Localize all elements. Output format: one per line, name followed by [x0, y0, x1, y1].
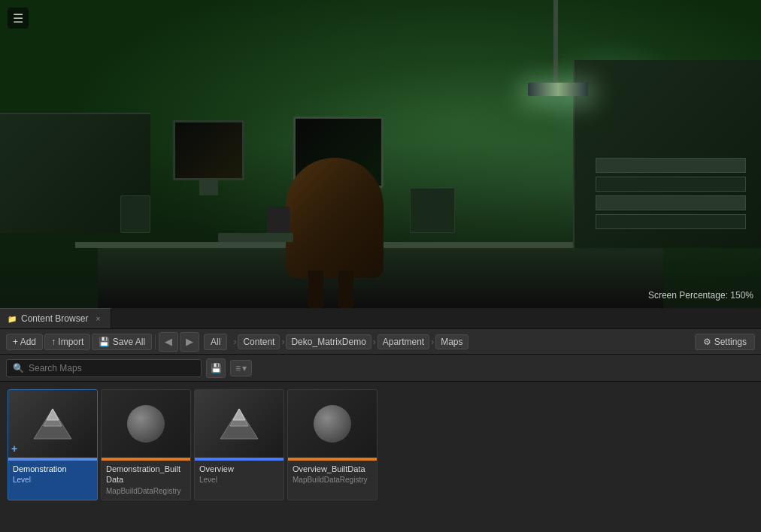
settings-icon: ⚙	[703, 337, 711, 347]
nav-back-button[interactable]: ◀	[159, 332, 178, 352]
tab-bar: 📁 Content Browser ×	[0, 308, 761, 329]
nav-forward-button[interactable]: ▶	[180, 332, 199, 352]
breadcrumb-content[interactable]: Content	[238, 334, 280, 349]
sphere-icon	[314, 405, 351, 443]
content-browser-panel: 📁 Content Browser × + Add ↑ Import 💾 Sav…	[0, 308, 761, 532]
toolbar: + Add ↑ Import 💾 Save All ◀ ▶ All › Cont…	[0, 329, 761, 355]
sort-options-button[interactable]: ≡ ▾	[230, 360, 252, 376]
asset-thumbnail	[288, 390, 377, 458]
asset-item-overview[interactable]: Overview Level	[194, 389, 284, 500]
tab-close-button[interactable]: ×	[92, 313, 103, 325]
asset-item-demonstration-builtdata[interactable]: Demonstration_BuiltData MapBuildDataRegi…	[101, 389, 191, 500]
sphere-icon	[127, 405, 165, 443]
import-button[interactable]: ↑ Import	[44, 334, 90, 350]
asset-type-label: MapBuildDataRegistry	[106, 487, 186, 495]
content-browser-tab[interactable]: 📁 Content Browser ×	[0, 308, 111, 328]
breadcrumb-maps[interactable]: Maps	[435, 334, 468, 349]
sort-icon: ≡	[235, 363, 241, 373]
toolbar-separator	[155, 334, 156, 349]
search-icon: 🔍	[13, 363, 24, 373]
search-wrapper: 🔍	[6, 359, 202, 377]
svg-marker-5	[233, 409, 245, 420]
asset-info: Overview Level	[195, 461, 283, 488]
asset-thumbnail	[102, 390, 190, 458]
asset-type-label: MapBuildDataRegistry	[293, 476, 372, 484]
save-search-button[interactable]: 💾	[206, 358, 226, 378]
asset-type-label: Level	[199, 476, 279, 484]
settings-button[interactable]: ⚙ Settings	[695, 334, 755, 350]
asset-name: Demonstration_BuiltData	[106, 464, 186, 485]
all-button[interactable]: All	[204, 334, 227, 350]
asset-thumbnail: +	[8, 390, 97, 458]
viewport: Screen Percentage: 150% ☰	[0, 0, 761, 308]
add-icon: +	[11, 443, 17, 455]
breadcrumb-apartment[interactable]: Apartment	[377, 334, 429, 349]
breadcrumb-deko[interactable]: Deko_MatrixDemo	[286, 334, 371, 349]
dropdown-icon: ▾	[242, 363, 247, 373]
breadcrumb: › Content › Deko_MatrixDemo › Apartment …	[232, 334, 693, 349]
asset-info: Demonstration_BuiltData MapBuildDataRegi…	[102, 461, 190, 500]
tab-icon: 📁	[8, 315, 17, 323]
tab-label: Content Browser	[21, 313, 88, 324]
add-button[interactable]: + Add	[6, 334, 43, 350]
asset-item-demonstration[interactable]: + Demonstration Level	[8, 389, 98, 500]
asset-name: Demonstration	[13, 464, 92, 474]
screen-percentage: Screen Percentage: 150%	[648, 290, 753, 301]
asset-item-overview-builtdata[interactable]: Overview_BuiltData MapBuildDataRegistry	[287, 389, 377, 500]
search-bar: 🔍 💾 ≡ ▾	[0, 355, 761, 382]
asset-thumbnail	[195, 390, 283, 458]
save-icon: 💾	[211, 363, 222, 373]
asset-name: Overview_BuiltData	[293, 464, 372, 474]
asset-info: Overview_BuiltData MapBuildDataRegistry	[288, 461, 377, 488]
asset-info: Demonstration Level	[8, 461, 97, 488]
asset-type-label: Level	[13, 476, 92, 484]
asset-grid: + Demonstration Level Demonstration_Buil…	[0, 382, 761, 532]
asset-name: Overview	[199, 464, 279, 474]
search-input[interactable]	[29, 363, 179, 373]
menu-button[interactable]: ☰	[8, 8, 29, 29]
save-all-button[interactable]: 💾 Save All	[92, 334, 152, 350]
svg-marker-2	[47, 409, 59, 420]
